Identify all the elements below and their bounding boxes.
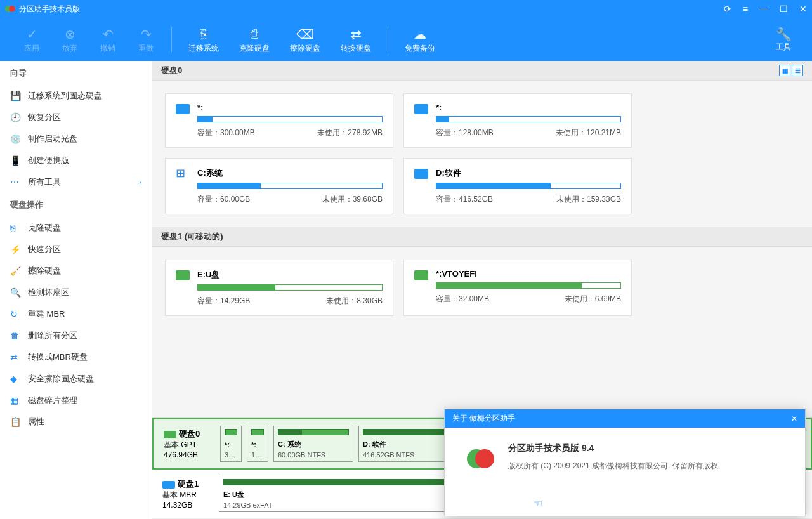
close-icon[interactable]: ✕ <box>799 4 807 14</box>
minimize-icon[interactable]: — <box>759 4 768 14</box>
capacity-label: 容量：14.29GB <box>197 296 250 306</box>
menu-icon[interactable]: ≡ <box>743 4 748 14</box>
partition-card[interactable]: C:系统 容量：60.00GB 未使用：39.68GB <box>165 158 393 214</box>
sidebar-diskop-item-8[interactable]: ▦ 磁盘碎片整理 <box>0 390 152 411</box>
backup-button[interactable]: ☁免费备份 <box>395 20 445 58</box>
clone-button[interactable]: ⎙克隆硬盘 <box>229 20 280 58</box>
convert-button[interactable]: ⇄转换硬盘 <box>331 20 381 58</box>
capacity-label: 容量：128.00MB <box>436 128 494 138</box>
sidebar-item-label: 所有工具 <box>28 176 61 188</box>
partition-card[interactable]: *: 容量：300.00MB 未使用：278.92MB <box>165 93 393 148</box>
sidebar-icon: 💿 <box>10 134 23 144</box>
migrate-button[interactable]: ⎘迁移系统 <box>178 20 229 58</box>
sidebar-icon: 🕘 <box>10 112 23 122</box>
partition-card[interactable]: D:软件 容量：416.52GB 未使用：159.33GB <box>403 158 632 214</box>
view-grid-button[interactable]: ▦ <box>779 65 790 76</box>
titlebar: 分区助手技术员版 ⟳ ≡ — ☐ ✕ <box>0 0 812 18</box>
disk-segment[interactable]: C: 系统 60.00GB NTFS <box>273 426 353 462</box>
clone-icon: ⎙ <box>251 25 258 43</box>
wipe-icon: ⌫ <box>296 25 314 43</box>
segment-name: *: <box>251 441 264 449</box>
partition-card[interactable]: *: 容量：128.00MB 未使用：120.21MB <box>403 93 632 148</box>
sidebar-icon: 🧹 <box>10 266 23 276</box>
sidebar-item-label: 检测坏扇区 <box>28 287 69 298</box>
refresh-icon[interactable]: ⟳ <box>724 4 731 14</box>
window-controls: ⟳ ≡ — ☐ ✕ <box>724 4 807 14</box>
disk-header-1: 硬盘1 (可移动的) <box>152 227 812 247</box>
sidebar-icon: 🗑 <box>10 331 23 341</box>
pointer-icon: ☜ <box>534 497 542 509</box>
redo-button[interactable]: ↷重做 <box>127 20 165 58</box>
dialog-close-icon[interactable]: ✕ <box>791 414 797 423</box>
disk-bar-name: 硬盘0 <box>179 429 200 438</box>
partition-grid-0: *: 容量：300.00MB 未使用：278.92MB *: 容量：128.00… <box>152 81 812 227</box>
sidebar-diskop-item-6[interactable]: ⇄ 转换成MBR硬盘 <box>0 346 152 368</box>
partition-name: *: <box>436 103 621 112</box>
sidebar-item-label: 磁盘碎片整理 <box>28 395 77 406</box>
maximize-icon[interactable]: ☐ <box>780 4 788 14</box>
sidebar-diskop-item-9[interactable]: 📋 属性 <box>0 411 152 433</box>
sidebar-diskop-item-4[interactable]: ↻ 重建 MBR <box>0 303 152 325</box>
sidebar-wizard-item-1[interactable]: 🕘 恢复分区 <box>0 107 152 128</box>
sidebar-wizard-header: 向导 <box>0 61 152 85</box>
disk-bar-type: 基本 MBR <box>162 490 211 501</box>
migrate-icon: ⎘ <box>200 25 207 43</box>
sidebar-diskop-item-1[interactable]: ⚡ 快速分区 <box>0 239 152 260</box>
partition-card[interactable]: E:U盘 容量：14.29GB 未使用：8.30GB <box>165 260 393 316</box>
sidebar-item-label: 克隆硬盘 <box>28 222 61 233</box>
about-logo-icon <box>464 443 495 475</box>
undo-button[interactable]: ↶撤销 <box>89 20 127 58</box>
sidebar-icon: ↻ <box>10 309 23 319</box>
sidebar-item-label: 安全擦除固态硬盘 <box>28 373 94 384</box>
about-copyright: 版权所有 (C) 2009-2021 成都傲梅科技有限公司. 保留所有版权. <box>508 461 720 471</box>
usage-bar <box>436 183 621 189</box>
disk-segment[interactable]: *: 12... <box>247 426 268 462</box>
partition-card[interactable]: *:VTOYEFI 容量：32.00MB 未使用：6.69MB <box>403 260 632 316</box>
about-version: 分区助手技术员版 9.4 <box>508 443 720 454</box>
segment-size: 60.00GB NTFS <box>278 451 349 459</box>
usage-bar <box>436 116 621 122</box>
view-toggle: ▦ ☰ <box>779 65 803 76</box>
sidebar-icon: 📱 <box>10 155 23 166</box>
partition-grid-1: E:U盘 容量：14.29GB 未使用：8.30GB *:VTOYEFI 容量：… <box>152 247 812 329</box>
view-list-button[interactable]: ☰ <box>792 65 803 76</box>
disk-segment[interactable]: *: 30... <box>220 426 242 462</box>
usage-bar <box>197 116 383 122</box>
disk-bar-name: 硬盘1 <box>178 479 199 489</box>
usage-bar <box>436 282 621 289</box>
undo-icon: ↶ <box>103 25 114 43</box>
sidebar-diskop-item-7[interactable]: ◆ 安全擦除固态硬盘 <box>0 368 152 390</box>
sidebar-icon: ◆ <box>10 374 23 384</box>
sidebar-item-label: 删除所有分区 <box>28 330 77 341</box>
disk-icon <box>164 431 176 438</box>
apply-button[interactable]: ✓应用 <box>13 20 51 58</box>
toolbar: ✓应用 ⊗放弃 ↶撤销 ↷重做 ⎘迁移系统 ⎙克隆硬盘 ⌫擦除硬盘 ⇄转换硬盘 … <box>0 18 812 61</box>
sidebar-diskop-item-0[interactable]: ⎘ 克隆硬盘 <box>0 217 152 239</box>
about-dialog: 关于 傲梅分区助手 ✕ 分区助手技术员版 9.4 版权所有 (C) 2009-2… <box>444 409 806 516</box>
free-label: 未使用：6.69MB <box>565 294 621 305</box>
sidebar-wizard-item-2[interactable]: 💿 制作启动光盘 <box>0 128 152 150</box>
drive-icon <box>414 270 428 280</box>
segment-name: *: <box>225 441 237 449</box>
wipe-button[interactable]: ⌫擦除硬盘 <box>280 20 331 58</box>
partition-name: D:软件 <box>436 168 621 179</box>
sidebar-diskop-item-2[interactable]: 🧹 擦除硬盘 <box>0 260 152 282</box>
sidebar-wizard-item-0[interactable]: 💾 迁移系统到固态硬盘 <box>0 85 152 107</box>
sidebar-diskop-item-5[interactable]: 🗑 删除所有分区 <box>0 325 152 346</box>
drive-icon <box>176 270 190 280</box>
capacity-label: 容量：60.00GB <box>197 194 250 205</box>
sidebar-diskop-item-3[interactable]: 🔍 检测坏扇区 <box>0 282 152 303</box>
backup-icon: ☁ <box>414 25 426 43</box>
check-icon: ✓ <box>27 25 37 43</box>
tools-button[interactable]: 🔧工具 <box>768 27 799 53</box>
sidebar-wizard-item-3[interactable]: 📱 创建便携版 <box>0 150 152 171</box>
discard-button[interactable]: ⊗放弃 <box>51 20 89 58</box>
sidebar-wizard-item-4[interactable]: ⋯ 所有工具 › <box>0 171 152 193</box>
sidebar-icon: 💾 <box>10 91 23 101</box>
drive-icon <box>414 169 428 179</box>
sidebar-icon: ⎘ <box>10 223 23 233</box>
sidebar-item-label: 迁移系统到固态硬盘 <box>28 90 102 102</box>
disk-bar-info: 硬盘0 基本 GPT 476.94GB <box>161 426 215 462</box>
sidebar-icon: ⇄ <box>10 352 23 362</box>
segment-size: 30... <box>225 451 237 459</box>
